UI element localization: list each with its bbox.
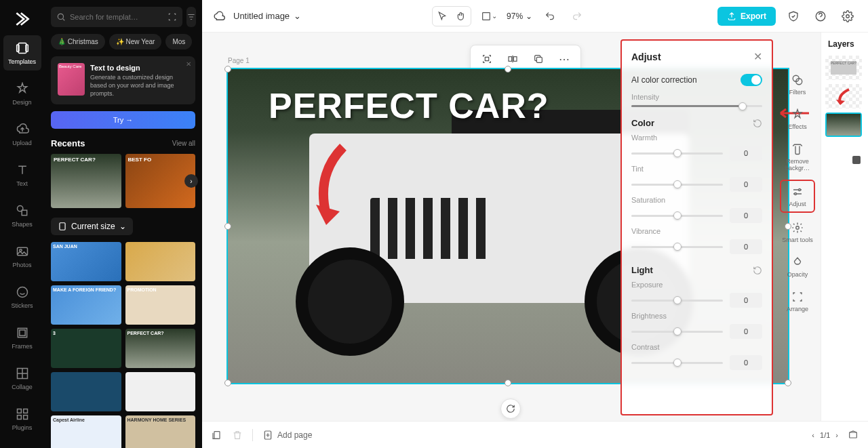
promo-close[interactable]: ✕ [186,60,191,68]
template-item[interactable]: 3 [51,329,121,368]
doc-title[interactable]: Untitled image ⌄ [233,11,301,21]
warmth-value[interactable]: 0 [730,146,762,161]
tool-frames[interactable]: Frames [3,320,41,355]
tool-shapes[interactable]: Shapes [3,198,41,233]
rtool-arrange[interactable]: Arrange [780,286,815,317]
delete-button[interactable] [232,430,243,441]
redo-button[interactable] [568,7,587,26]
tool-design-label: Design [12,99,31,106]
export-button[interactable]: Export [717,7,776,26]
light-group-header: Light [631,265,762,275]
chip-christmas[interactable]: 🎄 Christmas [51,34,105,49]
template-item[interactable]: SAN JUAN [51,242,121,281]
tool-photos[interactable]: Photos [3,239,41,274]
rtool-opacity[interactable]: Opacity [780,251,815,282]
pager-next[interactable]: › [835,431,838,439]
exposure-value[interactable]: 0 [730,293,762,308]
pages-button[interactable] [212,430,222,441]
template-item[interactable]: Capest Airline [51,415,121,448]
filter-button[interactable] [186,7,196,27]
crop-icon[interactable] [477,49,496,68]
layer-thumb[interactable]: PERFECT CAR? [825,56,862,80]
template-item[interactable] [125,372,196,411]
resize-handle[interactable] [224,380,231,386]
tool-stickers[interactable]: Stickers [3,279,41,314]
recent-item[interactable]: PERFECT CAR? [51,154,121,208]
layer-thumb[interactable] [825,113,862,137]
intensity-slider[interactable] [631,105,762,107]
current-size-chip[interactable]: Current size ⌄ [51,218,133,235]
saturation-slider[interactable]: 0 [631,208,762,223]
template-item[interactable] [51,372,121,411]
collage-icon [15,366,30,381]
pager-prev[interactable]: ‹ [812,431,814,439]
brightness-value[interactable]: 0 [730,324,762,339]
exposure-slider[interactable]: 0 [631,293,762,308]
tool-text[interactable]: Text [3,157,41,192]
try-button[interactable]: Try → [51,111,195,129]
recents-viewall[interactable]: View all [172,140,195,147]
tool-collage[interactable]: Collage [3,361,41,396]
tool-templates[interactable]: Templates [3,35,41,70]
search-box[interactable] [51,7,182,27]
tool-design[interactable]: Design [3,76,41,111]
add-page-button[interactable]: Add page [262,430,312,441]
contrast-label: Contrast [631,343,762,351]
rtool-adjust[interactable]: Adjust [780,180,815,213]
reset-icon[interactable] [753,266,762,275]
app-logo[interactable] [12,8,33,30]
red-arrow-graphic [309,140,350,235]
template-item[interactable]: PERFECT CAR? [125,329,196,368]
layer-thumb[interactable] [825,84,862,108]
scan-icon[interactable] [167,12,177,22]
refresh-badge[interactable] [500,399,521,419]
ai-correction-toggle[interactable] [741,74,762,86]
resize-handle[interactable] [785,380,791,386]
contrast-value[interactable]: 0 [730,355,762,370]
vibrance-slider[interactable]: 0 [631,239,762,254]
chip-more[interactable]: Mos [165,34,192,49]
template-item[interactable]: MAKE A FOREIGN FRIEND? [51,285,121,325]
template-item[interactable]: HARMONY HOME SERIES [125,415,196,448]
recents-next[interactable]: › [184,174,198,188]
chip-newyear[interactable]: ✨ New Year [109,34,162,49]
rtool-smart[interactable]: Smart tools [780,217,815,247]
more-icon[interactable]: ⋯ [555,49,574,68]
resize-button[interactable]: ⌄ [479,7,498,26]
cloud-icon[interactable] [213,10,225,22]
resize-handle[interactable] [224,223,231,230]
contrast-slider[interactable]: 0 [631,355,762,370]
rtool-removebg[interactable]: Remove backgr… [780,138,815,176]
vibrance-value[interactable]: 0 [730,239,762,254]
shield-button[interactable] [784,7,803,26]
search-input[interactable] [70,13,163,21]
reset-icon[interactable] [753,119,762,128]
svg-rect-0 [18,43,26,54]
tint-slider[interactable]: 0 [631,177,762,192]
tint-value[interactable]: 0 [730,177,762,192]
tool-upload[interactable]: Upload [3,117,41,152]
settings-button[interactable] [838,7,857,26]
hand-tool[interactable] [452,7,471,26]
brightness-slider[interactable]: 0 [631,324,762,339]
undo-button[interactable] [540,7,559,26]
canvas-area[interactable]: Page 1 ⋯ PERFECT CAR? Adjust ✕ [202,33,868,421]
rtool-filters[interactable]: Filters [780,69,815,100]
resize-handle[interactable] [224,66,231,73]
template-item[interactable] [125,242,196,281]
close-icon[interactable]: ✕ [753,50,762,63]
select-tool[interactable] [433,7,452,26]
tool-stickers-label: Stickers [11,302,33,309]
saturation-value[interactable]: 0 [730,208,762,223]
copy-icon[interactable] [529,49,548,68]
resize-handle[interactable] [505,380,511,386]
layer-thumb[interactable] [825,141,862,165]
help-button[interactable] [811,7,830,26]
rtool-effects[interactable]: Effects [780,104,815,134]
template-item[interactable]: PROMOTION [125,285,196,325]
warmth-slider[interactable]: 0 [631,146,762,161]
present-button[interactable] [848,430,859,441]
tool-plugins[interactable]: Plugins [3,401,41,436]
zoom-control[interactable]: 97% ⌄ [507,12,532,21]
resize-handle[interactable] [505,66,511,73]
